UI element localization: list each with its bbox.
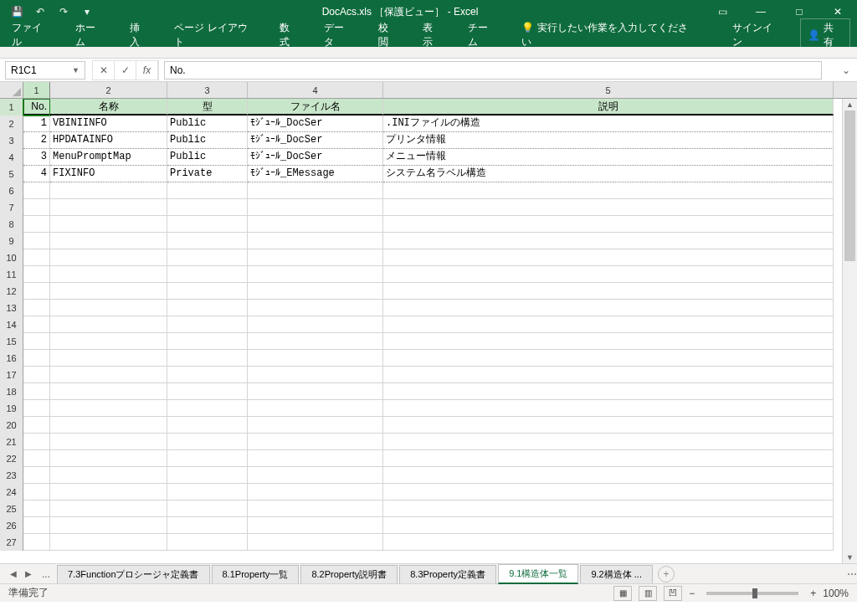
select-all-button[interactable] bbox=[0, 82, 23, 99]
cell[interactable]: メニュー情報 bbox=[383, 149, 834, 166]
cell[interactable] bbox=[23, 266, 50, 283]
cell[interactable] bbox=[167, 417, 248, 434]
col-header-2[interactable]: 2 bbox=[50, 82, 167, 98]
tab-view[interactable]: 表示 bbox=[418, 18, 447, 53]
cell[interactable] bbox=[248, 484, 383, 501]
col-header-1[interactable]: 1 bbox=[23, 82, 50, 98]
tab-team[interactable]: チーム bbox=[463, 18, 502, 53]
cell[interactable] bbox=[248, 266, 383, 283]
cell[interactable] bbox=[383, 534, 834, 551]
cell[interactable] bbox=[383, 501, 834, 517]
cell[interactable] bbox=[167, 266, 248, 283]
tab-layout[interactable]: ページ レイアウト bbox=[169, 18, 259, 53]
row-header[interactable]: 16 bbox=[0, 350, 23, 367]
cell[interactable] bbox=[248, 249, 383, 266]
cell[interactable] bbox=[248, 450, 383, 467]
cell[interactable] bbox=[248, 350, 383, 367]
cell[interactable] bbox=[50, 501, 167, 517]
undo-icon[interactable]: ↶ bbox=[30, 2, 50, 22]
tab-formulas[interactable]: 数式 bbox=[275, 18, 304, 53]
cell[interactable]: HPDATAINFO bbox=[50, 132, 167, 149]
cell[interactable] bbox=[167, 517, 248, 534]
share-button[interactable]: 👤 共有 bbox=[800, 18, 850, 52]
cell[interactable] bbox=[167, 216, 248, 233]
cell[interactable] bbox=[248, 467, 383, 484]
scroll-down-icon[interactable]: ▼ bbox=[843, 552, 857, 563]
cell[interactable] bbox=[248, 182, 383, 199]
row-header[interactable]: 6 bbox=[0, 182, 23, 199]
sheet-tab-active[interactable]: 9.1構造体一覧 bbox=[498, 564, 578, 584]
cell[interactable] bbox=[248, 333, 383, 350]
scroll-up-icon[interactable]: ▲ bbox=[843, 99, 857, 110]
cell[interactable] bbox=[383, 467, 834, 484]
chevron-down-icon[interactable]: ▼ bbox=[72, 66, 80, 74]
cell[interactable] bbox=[23, 182, 50, 199]
row-header[interactable]: 13 bbox=[0, 300, 23, 316]
cell[interactable] bbox=[167, 467, 248, 484]
cell[interactable] bbox=[248, 400, 383, 417]
cell[interactable]: Public bbox=[167, 116, 248, 132]
cell[interactable] bbox=[383, 417, 834, 434]
cell[interactable] bbox=[23, 434, 50, 450]
row-header[interactable]: 27 bbox=[0, 534, 23, 551]
tell-me[interactable]: 💡 実行したい作業を入力してください bbox=[516, 18, 696, 53]
cell[interactable] bbox=[50, 182, 167, 199]
cell[interactable] bbox=[50, 467, 167, 484]
redo-icon[interactable]: ↷ bbox=[54, 2, 74, 22]
row-header[interactable]: 23 bbox=[0, 467, 23, 484]
cell[interactable] bbox=[167, 383, 248, 400]
cell[interactable] bbox=[248, 283, 383, 300]
cell[interactable] bbox=[383, 182, 834, 199]
sheet-tab[interactable]: 8.3Property定義書 bbox=[399, 565, 496, 583]
row-header[interactable]: 8 bbox=[0, 216, 23, 233]
cell[interactable] bbox=[383, 199, 834, 216]
fx-icon[interactable]: fx bbox=[136, 61, 158, 80]
cell[interactable]: Private bbox=[167, 166, 248, 182]
row-header[interactable]: 4 bbox=[0, 149, 23, 166]
cell[interactable] bbox=[167, 501, 248, 517]
row-header[interactable]: 1 bbox=[0, 99, 23, 116]
cell[interactable] bbox=[383, 216, 834, 233]
row-header[interactable]: 3 bbox=[0, 132, 23, 149]
cell[interactable] bbox=[383, 283, 834, 300]
cell[interactable] bbox=[23, 517, 50, 534]
tab-home[interactable]: ホーム bbox=[70, 18, 110, 53]
cell[interactable] bbox=[167, 182, 248, 199]
cell[interactable] bbox=[383, 400, 834, 417]
cell[interactable]: ﾓｼﾞｭｰﾙ_DocSer bbox=[248, 149, 383, 166]
cell[interactable] bbox=[50, 300, 167, 316]
cell-header-no[interactable]: No. bbox=[23, 99, 50, 116]
cell[interactable]: ﾓｼﾞｭｰﾙ_DocSer bbox=[248, 132, 383, 149]
cell[interactable] bbox=[50, 249, 167, 266]
cell[interactable]: システム名ラベル構造 bbox=[383, 166, 834, 182]
cell[interactable] bbox=[23, 300, 50, 316]
cell[interactable] bbox=[383, 266, 834, 283]
sheet-tab[interactable]: 9.2構造体 ... bbox=[580, 565, 653, 583]
col-header-5[interactable]: 5 bbox=[383, 82, 834, 98]
cell[interactable] bbox=[23, 233, 50, 249]
sheet-options-icon[interactable]: ⋯ bbox=[847, 568, 857, 580]
cell[interactable] bbox=[383, 517, 834, 534]
cell[interactable] bbox=[23, 484, 50, 501]
cell[interactable]: 3 bbox=[23, 149, 50, 166]
sheet-tab[interactable]: 8.1Property一覧 bbox=[212, 565, 300, 583]
formula-input[interactable]: No. bbox=[164, 61, 822, 80]
cell[interactable] bbox=[248, 216, 383, 233]
cell[interactable] bbox=[167, 350, 248, 367]
cell[interactable] bbox=[248, 501, 383, 517]
cell[interactable] bbox=[383, 300, 834, 316]
cell[interactable] bbox=[383, 316, 834, 333]
cell[interactable] bbox=[167, 283, 248, 300]
cell[interactable] bbox=[23, 283, 50, 300]
row-header[interactable]: 11 bbox=[0, 266, 23, 283]
cell[interactable] bbox=[167, 534, 248, 551]
tab-insert[interactable]: 挿入 bbox=[125, 18, 154, 53]
cell[interactable] bbox=[167, 333, 248, 350]
cell-header-file[interactable]: ファイル名 bbox=[248, 99, 383, 116]
cell[interactable] bbox=[383, 249, 834, 266]
row-header[interactable]: 19 bbox=[0, 400, 23, 417]
zoom-level[interactable]: 100% bbox=[823, 588, 849, 599]
row-header[interactable]: 21 bbox=[0, 434, 23, 450]
enter-icon[interactable]: ✓ bbox=[115, 61, 136, 80]
cell[interactable] bbox=[23, 534, 50, 551]
